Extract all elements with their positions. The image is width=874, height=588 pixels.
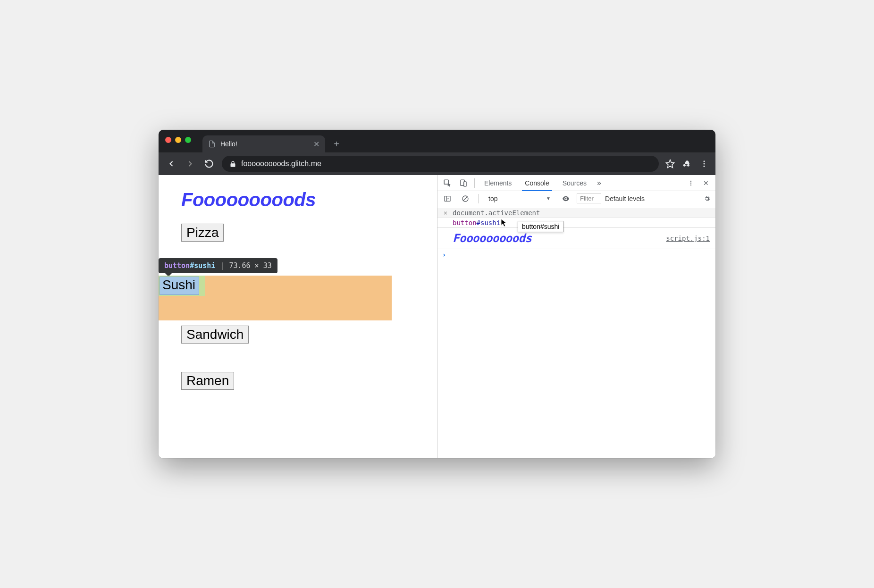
address-bar-icons — [665, 159, 709, 168]
tab-title: Hello! — [220, 140, 309, 148]
console-settings-icon[interactable] — [701, 195, 713, 202]
highlighted-button-label[interactable]: Sushi — [162, 277, 195, 293]
maximize-window-button[interactable] — [185, 137, 191, 143]
context-selector[interactable]: top ▼ — [484, 193, 555, 204]
console-prompt[interactable]: › — [437, 249, 715, 260]
mouse-cursor-icon — [501, 219, 508, 227]
svg-rect-10 — [445, 196, 450, 201]
content-area: Fooooooooods Pizza button#sushi | 73.66 … — [159, 175, 715, 458]
log-levels-selector[interactable]: Default levels — [605, 195, 645, 202]
star-icon[interactable] — [665, 159, 675, 168]
close-tab-icon[interactable]: ✕ — [313, 140, 319, 149]
svg-point-9 — [690, 184, 691, 185]
live-expression-icon[interactable] — [559, 192, 573, 206]
lock-icon — [229, 160, 236, 168]
clear-console-icon[interactable] — [458, 192, 472, 206]
url-box[interactable]: fooooooooods.glitch.me — [222, 156, 659, 172]
hover-tooltip: button#sushi — [518, 221, 563, 232]
tab-elements[interactable]: Elements — [479, 175, 517, 191]
svg-point-7 — [690, 180, 691, 181]
tooltip-dimensions: 73.66 × 33 — [229, 261, 271, 270]
reload-button[interactable] — [203, 158, 215, 170]
svg-point-1 — [704, 160, 705, 162]
eval-result-row[interactable]: button#sushi button#sushi — [437, 218, 715, 228]
address-bar: fooooooooods.glitch.me — [159, 152, 715, 175]
food-button-sandwich[interactable]: Sandwich — [181, 326, 249, 344]
page-heading: Fooooooooods — [181, 189, 414, 210]
dropdown-arrow-icon: ▼ — [546, 196, 551, 201]
minimize-window-button[interactable] — [175, 137, 181, 143]
console-body[interactable]: × document.activeElement button#sushi bu… — [437, 206, 715, 458]
inspect-tooltip: button#sushi | 73.66 × 33 — [159, 258, 277, 273]
devtools-close-icon[interactable]: ✕ — [699, 175, 713, 191]
svg-point-3 — [704, 166, 705, 167]
svg-point-8 — [690, 182, 691, 183]
food-button-ramen[interactable]: Ramen — [181, 372, 234, 390]
tab-strip: Hello! ✕ + — [202, 130, 715, 152]
devtools-tabs: Elements Console Sources » ✕ — [437, 175, 715, 191]
svg-rect-6 — [464, 182, 466, 186]
devtools-menu-icon[interactable] — [684, 175, 698, 191]
tab-console[interactable]: Console — [519, 175, 555, 191]
log-source-link[interactable]: script.js:1 — [666, 235, 710, 242]
more-tabs-icon[interactable]: » — [594, 179, 604, 187]
eval-expression-row: × document.activeElement — [437, 208, 715, 218]
devtools-panel: Elements Console Sources » ✕ — [437, 175, 715, 458]
device-toolbar-icon[interactable] — [456, 176, 471, 190]
inspect-element-icon[interactable] — [440, 176, 454, 190]
filter-input[interactable]: Filter — [577, 193, 601, 203]
svg-line-13 — [463, 197, 467, 201]
back-button[interactable] — [165, 158, 177, 170]
url-text: fooooooooods.glitch.me — [241, 160, 321, 168]
console-toolbar: top ▼ Filter Default levels — [437, 191, 715, 206]
console-log-row: Fooooooooods script.js:1 — [437, 228, 715, 249]
eval-expression: document.activeElement — [453, 209, 540, 217]
incognito-icon[interactable] — [682, 159, 692, 168]
console-sidebar-toggle-icon[interactable] — [440, 192, 454, 206]
svg-point-2 — [704, 163, 705, 165]
web-page: Fooooooooods Pizza button#sushi | 73.66 … — [159, 175, 437, 458]
tab-sources[interactable]: Sources — [557, 175, 592, 191]
file-icon — [208, 140, 216, 148]
log-message: Fooooooooods — [453, 232, 531, 245]
window-titlebar: Hello! ✕ + — [159, 130, 715, 152]
window-controls — [165, 137, 191, 143]
svg-marker-0 — [666, 160, 674, 168]
menu-icon[interactable] — [699, 159, 709, 168]
browser-window: Hello! ✕ + fooooooooods.glitch.me — [159, 130, 715, 458]
browser-tab[interactable]: Hello! ✕ — [202, 135, 325, 152]
tooltip-selector: button#sushi — [164, 261, 215, 270]
food-button-pizza[interactable]: Pizza — [181, 224, 224, 242]
new-tab-button[interactable]: + — [330, 137, 343, 151]
close-window-button[interactable] — [165, 137, 171, 143]
collapse-icon[interactable]: × — [442, 209, 449, 217]
forward-button[interactable] — [184, 158, 196, 170]
